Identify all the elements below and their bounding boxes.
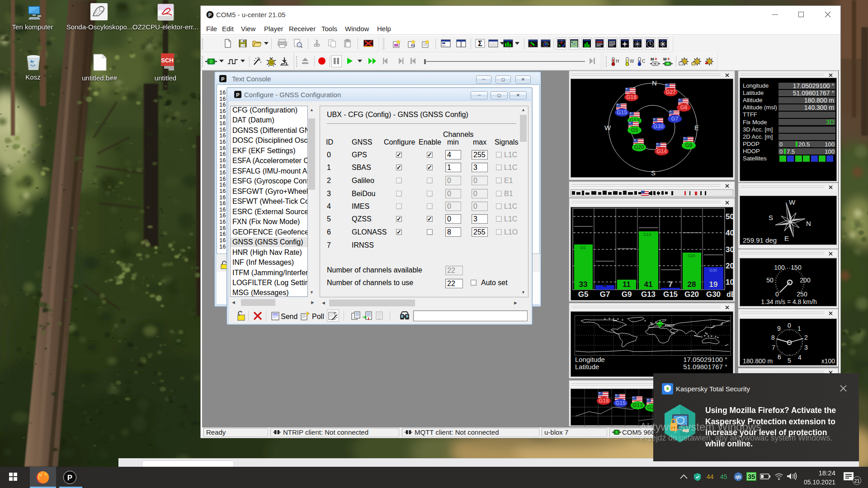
svg-text:H: H bbox=[616, 59, 619, 64]
svg-text:6: 6 bbox=[778, 353, 781, 361]
svg-text:259.91 deg: 259.91 deg bbox=[743, 236, 777, 244]
svg-text:G5: G5 bbox=[578, 290, 589, 299]
svg-text:qb: qb bbox=[736, 474, 741, 479]
svg-text:M: M bbox=[651, 57, 654, 61]
svg-text:8: 8 bbox=[603, 280, 607, 289]
svg-text:50: 50 bbox=[726, 212, 734, 221]
svg-text:5: 5 bbox=[788, 357, 791, 364]
svg-text:S: S bbox=[769, 214, 773, 221]
svg-text:N: N bbox=[806, 220, 811, 227]
svg-text:G30: G30 bbox=[709, 268, 717, 272]
svg-text:100: 100 bbox=[774, 264, 785, 271]
svg-text:E: E bbox=[784, 235, 789, 242]
svg-text:8: 8 bbox=[771, 334, 775, 341]
svg-text:01: 01 bbox=[411, 43, 415, 47]
svg-text:7: 7 bbox=[668, 280, 672, 289]
svg-text:Σ: Σ bbox=[478, 40, 482, 47]
svg-text:3: 3 bbox=[804, 344, 808, 351]
svg-text:W: W bbox=[789, 198, 796, 206]
svg-text:0: 0 bbox=[788, 322, 791, 329]
svg-text:G9: G9 bbox=[622, 290, 632, 299]
svg-text:1.34 m/s = 4.8 km/h: 1.34 m/s = 4.8 km/h bbox=[761, 298, 816, 305]
svg-text:x100: x100 bbox=[821, 357, 835, 365]
svg-text:1: 1 bbox=[797, 325, 801, 332]
svg-text:G13: G13 bbox=[643, 232, 651, 237]
svg-text:0: 0 bbox=[775, 291, 779, 298]
svg-text:20: 20 bbox=[726, 262, 734, 270]
svg-text:P: P bbox=[208, 12, 212, 18]
svg-text:G30: G30 bbox=[706, 290, 721, 299]
svg-text:W: W bbox=[604, 124, 611, 131]
svg-text:250: 250 bbox=[797, 291, 807, 298]
svg-text:41: 41 bbox=[644, 280, 653, 289]
svg-text:50: 50 bbox=[766, 277, 774, 284]
svg-text:P: P bbox=[67, 474, 72, 482]
svg-text:G20: G20 bbox=[688, 253, 695, 258]
svg-text:9: 9 bbox=[777, 325, 781, 332]
svg-text:150: 150 bbox=[791, 264, 802, 271]
svg-text:7: 7 bbox=[772, 344, 775, 351]
svg-text:33: 33 bbox=[579, 280, 588, 289]
svg-text:SCH: SCH bbox=[161, 57, 173, 64]
svg-text:E: E bbox=[694, 124, 699, 131]
svg-text:19: 19 bbox=[709, 280, 718, 289]
svg-text:dB: dB bbox=[726, 291, 734, 298]
svg-text:2: 2 bbox=[804, 334, 808, 341]
svg-text:4: 4 bbox=[798, 354, 802, 361]
svg-text:G20: G20 bbox=[684, 290, 699, 299]
svg-text:W: W bbox=[630, 59, 634, 64]
svg-text:G15: G15 bbox=[663, 290, 678, 299]
svg-text:G7: G7 bbox=[600, 290, 610, 299]
svg-text:C: C bbox=[642, 59, 645, 64]
svg-text:G5: G5 bbox=[580, 245, 585, 250]
svg-text:N: N bbox=[652, 79, 657, 87]
svg-text:28: 28 bbox=[688, 280, 696, 289]
svg-text:30: 30 bbox=[726, 245, 734, 254]
svg-text:40: 40 bbox=[726, 229, 734, 237]
svg-text:11: 11 bbox=[623, 280, 631, 289]
svg-text:P: P bbox=[221, 76, 224, 82]
svg-text:+: + bbox=[667, 56, 670, 61]
svg-text:M: M bbox=[663, 57, 667, 61]
svg-text:S: S bbox=[651, 169, 656, 177]
svg-text:G13: G13 bbox=[641, 290, 656, 299]
svg-text:180.800 m: 180.800 m bbox=[743, 357, 773, 365]
svg-text:+: + bbox=[655, 56, 657, 61]
svg-text:10: 10 bbox=[726, 278, 734, 286]
svg-text:200: 200 bbox=[800, 277, 811, 284]
